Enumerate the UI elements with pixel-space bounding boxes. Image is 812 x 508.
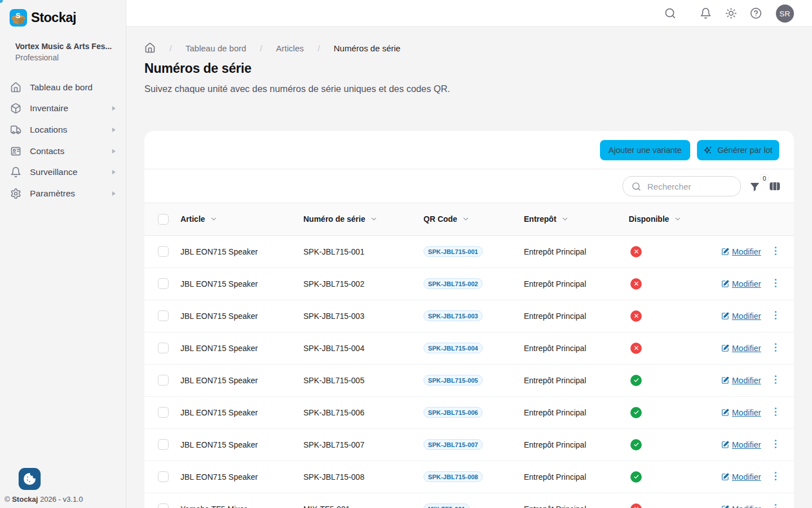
svg-text:S: S [16, 12, 20, 20]
